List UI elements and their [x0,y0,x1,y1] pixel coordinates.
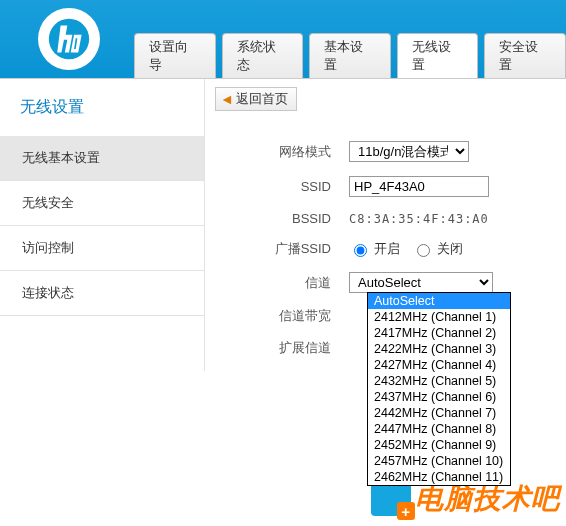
tab-system-status[interactable]: 系统状态 [222,33,304,78]
bssid-value: C8:3A:35:4F:43:A0 [349,212,489,226]
channel-option[interactable]: 2422MHz (Channel 3) [368,341,510,357]
channel-select[interactable]: AutoSelect [349,272,493,293]
broadcast-on-radio[interactable] [354,244,367,257]
channel-dropdown-list[interactable]: AutoSelect2412MHz (Channel 1)2417MHz (Ch… [367,292,511,486]
broadcast-off-label: 关闭 [437,240,463,258]
channel-option[interactable]: 2462MHz (Channel 11) [368,469,510,485]
watermark-icon [371,482,411,516]
broadcast-radio-group: 开启 关闭 [349,240,463,258]
back-arrow-icon: ◄ [220,91,234,107]
sidebar-item-connection-status[interactable]: 连接状态 [0,271,204,316]
channel-option[interactable]: 2432MHz (Channel 5) [368,373,510,389]
sidebar-item-wireless-basic[interactable]: 无线基本设置 [0,136,204,181]
primary-tabs: 设置向导 系统状态 基本设置 无线设置 安全设置 [134,33,566,78]
content: ◄ 返回首页 网络模式 11b/g/n混合模式 SSID BSSID C8:3A… [204,79,566,371]
ssid-input[interactable] [349,176,489,197]
bandwidth-label: 信道带宽 [239,307,349,325]
channel-option[interactable]: 2452MHz (Channel 9) [368,437,510,453]
channel-option[interactable]: 2417MHz (Channel 2) [368,325,510,341]
channel-option[interactable]: AutoSelect [368,293,510,309]
sidebar-title: 无线设置 [0,89,204,136]
sidebar: 无线设置 无线基本设置 无线安全 访问控制 连接状态 [0,79,204,371]
netmode-select[interactable]: 11b/g/n混合模式 [349,141,469,162]
back-home-button[interactable]: ◄ 返回首页 [215,87,297,111]
hp-logo [38,8,100,70]
broadcast-off-radio[interactable] [417,244,430,257]
sidebar-item-access-control[interactable]: 访问控制 [0,226,204,271]
ssid-label: SSID [239,179,349,194]
broadcast-ssid-label: 广播SSID [239,240,349,258]
channel-option[interactable]: 2437MHz (Channel 6) [368,389,510,405]
broadcast-off-option[interactable]: 关闭 [412,240,463,258]
channel-option[interactable]: 2427MHz (Channel 4) [368,357,510,373]
tab-basic-settings[interactable]: 基本设置 [309,33,391,78]
channel-option[interactable]: 2442MHz (Channel 7) [368,405,510,421]
tab-wireless-settings[interactable]: 无线设置 [397,33,479,78]
header: 设置向导 系统状态 基本设置 无线设置 安全设置 [0,0,566,78]
tab-setup-wizard[interactable]: 设置向导 [134,33,216,78]
back-home-label: 返回首页 [236,90,288,108]
ext-channel-label: 扩展信道 [239,339,349,357]
broadcast-on-option[interactable]: 开启 [349,240,400,258]
netmode-label: 网络模式 [239,143,349,161]
bssid-label: BSSID [239,211,349,226]
channel-label: 信道 [239,274,349,292]
wireless-basic-form: 网络模式 11b/g/n混合模式 SSID BSSID C8:3A:35:4F:… [239,141,566,357]
main: 无线设置 无线基本设置 无线安全 访问控制 连接状态 ◄ 返回首页 网络模式 1… [0,79,566,371]
channel-option[interactable]: 2412MHz (Channel 1) [368,309,510,325]
broadcast-on-label: 开启 [374,240,400,258]
sidebar-item-wireless-security[interactable]: 无线安全 [0,181,204,226]
tab-security-settings[interactable]: 安全设置 [484,33,566,78]
channel-option[interactable]: 2457MHz (Channel 10) [368,453,510,469]
channel-option[interactable]: 2447MHz (Channel 8) [368,421,510,437]
